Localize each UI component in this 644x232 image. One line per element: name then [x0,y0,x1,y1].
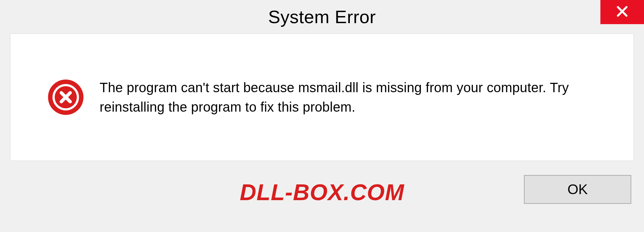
close-icon [615,4,630,20]
dialog-content: The program can't start because msmail.d… [10,34,634,161]
ok-button[interactable]: OK [524,175,631,204]
error-message: The program can't start because msmail.d… [100,78,613,117]
dialog-title: System Error [268,6,376,27]
close-button[interactable] [600,0,644,24]
error-icon [47,79,84,116]
titlebar: System Error [0,0,644,34]
dialog-footer: DLL-BOX.COM OK [10,161,634,221]
